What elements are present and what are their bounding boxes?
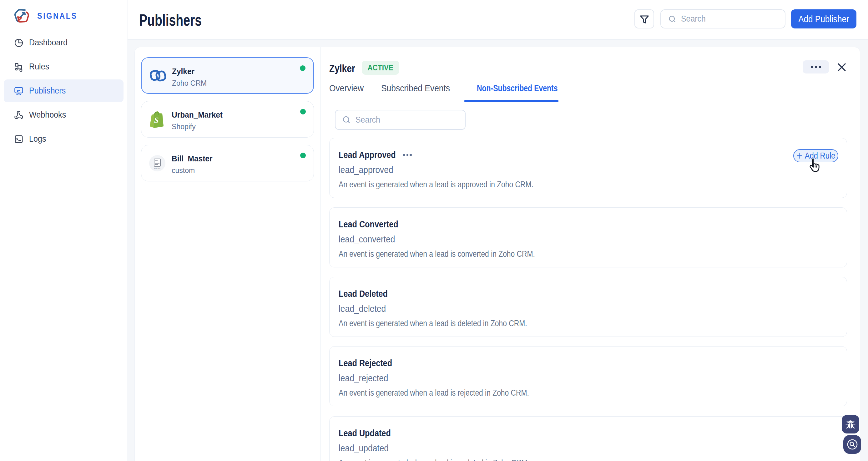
svg-text:S: S <box>154 116 158 125</box>
svg-text:INVOICE: INVOICE <box>154 167 161 170</box>
